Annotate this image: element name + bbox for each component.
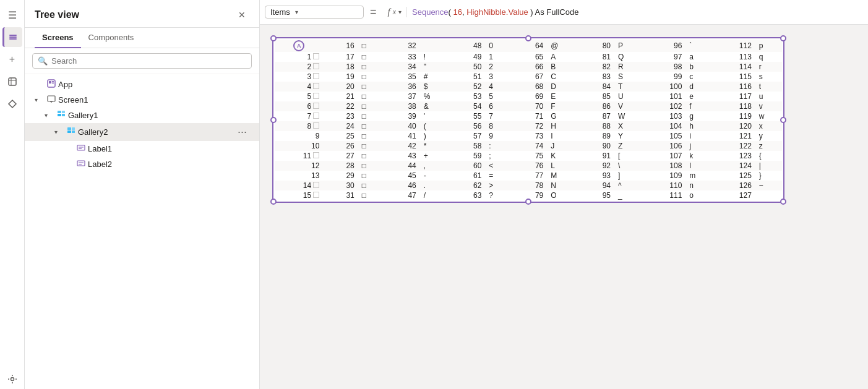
cell-num-col2-row4: 36 bbox=[384, 82, 419, 92]
expand-icon: ▾ bbox=[45, 112, 54, 119]
cell-num-col4-row7: 71 bbox=[511, 111, 547, 121]
cell-num-col1-row9: 25 bbox=[322, 131, 358, 141]
cell-char-col4-row3: C bbox=[547, 72, 578, 82]
row-cell-col0: 4 bbox=[275, 82, 322, 92]
tree-node-label2[interactable]: Label2 bbox=[25, 156, 259, 172]
cell-num-col4-row13: 77 bbox=[511, 171, 547, 181]
cell-num-col5-row8: 88 bbox=[578, 121, 614, 131]
tree-node-app[interactable]: App bbox=[25, 77, 259, 92]
handle-top-center[interactable] bbox=[525, 35, 531, 41]
ascii-table: A16□3248064@80P96`112p1 17□33!49165A81Q9… bbox=[275, 40, 782, 200]
cell-num-col7-row8: 120 bbox=[714, 121, 755, 131]
cell-char-col2-row15: / bbox=[420, 190, 449, 200]
settings-icon[interactable] bbox=[2, 369, 22, 389]
cell-num-col2-row10: 42 bbox=[384, 141, 419, 151]
cell-char-col5-row10: Z bbox=[614, 141, 645, 151]
fx-icon: f bbox=[388, 7, 390, 17]
cell-char-col3-row10: : bbox=[485, 141, 511, 151]
cell-char-col5-row14: ^ bbox=[614, 181, 645, 190]
handle-bottom-right[interactable] bbox=[780, 199, 786, 205]
cell-num-col7-row11: 123 bbox=[714, 151, 755, 161]
cell-char-col3-row11: ; bbox=[485, 151, 511, 161]
cell-num-col1-row6: 22 bbox=[322, 101, 358, 111]
gallery-widget[interactable]: A16□3248064@80P96`112p1 17□33!49165A81Q9… bbox=[272, 37, 784, 203]
cell-char-col2-row1: ! bbox=[420, 52, 449, 62]
cell-char-col2-row6: & bbox=[420, 101, 449, 111]
plus-icon[interactable]: + bbox=[2, 49, 22, 69]
cell-char-col6-row7: g bbox=[685, 111, 714, 121]
svg-rect-14 bbox=[58, 111, 61, 113]
cell-char-col3-row1: 1 bbox=[485, 52, 511, 62]
cell-char-col1-row8: □ bbox=[358, 121, 384, 131]
row-cell-col0: 10 bbox=[275, 141, 322, 151]
cell-char-col7-row10: z bbox=[755, 141, 782, 151]
svg-rect-15 bbox=[62, 111, 65, 113]
cube-icon[interactable] bbox=[2, 72, 22, 92]
num-label: 5 bbox=[307, 92, 311, 101]
cell-num-col5-row10: 90 bbox=[578, 141, 614, 151]
cell-char-col3-row13: = bbox=[485, 171, 511, 181]
handle-bottom-center[interactable] bbox=[525, 199, 531, 205]
search-input[interactable] bbox=[51, 56, 246, 66]
cell-num-col6-row10: 106 bbox=[645, 141, 686, 151]
hamburger-icon[interactable]: ☰ bbox=[2, 5, 22, 25]
cell-char-col4-row13: M bbox=[547, 171, 578, 181]
row-cell-col0: 5 bbox=[275, 92, 322, 101]
tree-node-label1[interactable]: Label1 bbox=[25, 141, 259, 156]
cell-char-col1-row11: □ bbox=[358, 151, 384, 161]
tree-node-screen1[interactable]: ▾ Screen1 bbox=[25, 92, 259, 108]
cell-num-col6-row11: 107 bbox=[645, 151, 686, 161]
handle-top-left[interactable] bbox=[270, 35, 277, 41]
cell-num-col3-row9: 57 bbox=[449, 131, 485, 141]
mini-checkbox bbox=[313, 103, 319, 109]
handle-bottom-left[interactable] bbox=[270, 199, 277, 205]
cell-num-col1-row1: 17 bbox=[322, 52, 358, 62]
formula-value: Value bbox=[508, 7, 528, 17]
handle-top-right[interactable] bbox=[780, 35, 786, 41]
cell-num-col3-row8: 56 bbox=[449, 121, 485, 131]
cell-num-col3-row12: 60 bbox=[449, 161, 485, 171]
cell-num-col6-row15: 111 bbox=[645, 190, 686, 200]
tree-node-gallery1[interactable]: ▾ Gallery1 bbox=[25, 108, 259, 123]
component-icon[interactable] bbox=[2, 94, 22, 114]
svg-rect-16 bbox=[58, 114, 61, 116]
tree-node-gallery2[interactable]: ▾ Gallery2 ··· bbox=[25, 123, 259, 141]
svg-rect-25 bbox=[77, 161, 85, 166]
formula-input[interactable]: Sequence( 16, HighNibble.Value ) As Full… bbox=[407, 7, 863, 17]
cell-num-col1-row12: 28 bbox=[322, 161, 358, 171]
cell-num-col2-row8: 40 bbox=[384, 121, 419, 131]
more-options-button[interactable]: ··· bbox=[235, 126, 249, 139]
cell-char-col1-row2: □ bbox=[358, 62, 384, 72]
cell-char-col6-row13: m bbox=[685, 171, 714, 181]
handle-mid-left[interactable] bbox=[270, 117, 277, 123]
table-row: 1 17□33!49165A81Q97a113q bbox=[275, 52, 782, 62]
cell-char-col3-row6: 6 bbox=[485, 101, 511, 111]
cell-char-col7-row12: | bbox=[755, 161, 782, 171]
tab-components[interactable]: Components bbox=[81, 28, 142, 48]
cell-num-col2-row5: 37 bbox=[384, 92, 419, 101]
cell-num-col1-row14: 30 bbox=[322, 181, 358, 190]
cell-char-col7-row8: x bbox=[755, 121, 782, 131]
handle-mid-right[interactable] bbox=[780, 117, 786, 123]
tab-screens[interactable]: Screens bbox=[35, 28, 81, 48]
search-box[interactable]: 🔍 bbox=[32, 53, 252, 69]
mini-checkbox bbox=[313, 192, 319, 198]
cell-char-col6-row14: n bbox=[685, 181, 714, 190]
tree-node-label2-label: Label2 bbox=[88, 160, 249, 169]
cell-char-col2-row8: ( bbox=[420, 121, 449, 131]
formula-dropdown[interactable]: Items ▾ bbox=[265, 6, 364, 19]
cell-num-col2-row15: 47 bbox=[384, 190, 419, 200]
cell-char-col1-row6: □ bbox=[358, 101, 384, 111]
table-row: 1026□42*58:74J90Z106j122z bbox=[275, 141, 782, 151]
tree-close-button[interactable]: ✕ bbox=[234, 7, 249, 22]
cell-char-col2-row4: $ bbox=[420, 82, 449, 92]
cell-num-col5-row15: 95 bbox=[578, 190, 614, 200]
canvas-area[interactable]: A16□3248064@80P96`112p1 17□33!49165A81Q9… bbox=[260, 25, 868, 389]
cell-char-col3-row2: 2 bbox=[485, 62, 511, 72]
row-cell-col0: 1 bbox=[275, 52, 322, 62]
layers-icon[interactable] bbox=[2, 27, 22, 47]
cell-char-col2-row10: * bbox=[420, 141, 449, 151]
mini-checkbox bbox=[313, 122, 319, 129]
fx-button[interactable]: fx ▾ bbox=[383, 7, 408, 17]
cell-num-col3-row5: 53 bbox=[449, 92, 485, 101]
